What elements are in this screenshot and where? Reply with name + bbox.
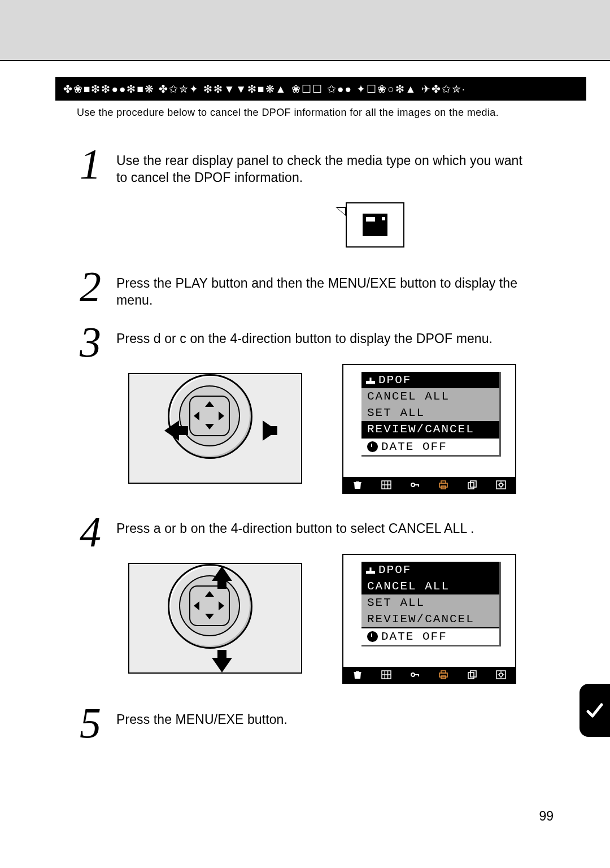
step-number: 3 (73, 318, 107, 367)
grid-icon (381, 480, 391, 489)
svg-rect-11 (470, 481, 476, 487)
menu-item-set-all: SET ALL (361, 405, 499, 421)
lcd-toolbar (343, 477, 515, 493)
brightness-icon (496, 670, 506, 679)
svg-point-31 (499, 673, 503, 676)
menu-date-row: DATE OFF (361, 627, 499, 645)
menu-title-text: DPOF (378, 563, 411, 576)
key-icon (410, 480, 420, 489)
print-icon (438, 480, 448, 489)
step-number: 1 (73, 140, 107, 189)
menu-date-row: DATE OFF (361, 437, 499, 455)
grid-icon (381, 670, 391, 679)
menu-date-text: DATE OFF (381, 440, 447, 453)
arrow-up-icon (212, 566, 232, 581)
step-number: 5 (73, 698, 107, 748)
lcd-screen-dpof-review-selected: DPOF CANCEL ALL SET ALL REVIEW/CANCEL DA… (342, 364, 516, 494)
step-number: 2 (73, 262, 107, 311)
intro-text: Use the procedure below to cancel the DP… (77, 106, 531, 119)
menu-item-review-cancel: REVIEW/CANCEL (361, 611, 499, 627)
hand-icon (366, 566, 375, 574)
svg-rect-29 (470, 671, 476, 677)
trash-icon (352, 480, 363, 489)
page-number: 99 (539, 809, 554, 824)
brightness-icon (496, 480, 506, 489)
menu-item-cancel-all: CANCEL ALL (361, 388, 499, 405)
svg-rect-24 (418, 674, 419, 676)
menu-title-text: DPOF (378, 374, 411, 387)
clock-icon (367, 441, 378, 452)
step-text: Press the PLAY button and then the MENU/… (116, 275, 534, 309)
svg-point-13 (499, 483, 503, 487)
step-text: Press a or b on the 4-direction button t… (116, 520, 534, 537)
svg-rect-8 (441, 481, 446, 483)
dpad-vertical-illustration (128, 563, 302, 674)
print-icon (438, 670, 448, 679)
check-icon (586, 701, 604, 719)
svg-rect-7 (439, 483, 447, 487)
svg-rect-25 (439, 673, 447, 677)
memory-card-icon (363, 214, 387, 236)
arrow-left-icon (164, 420, 179, 441)
menu-item-cancel-all: CANCEL ALL (361, 578, 499, 594)
copy-icon (467, 480, 477, 489)
lcd-screen-dpof-cancel-all-selected: DPOF CANCEL ALL SET ALL REVIEW/CANCEL DA… (342, 554, 516, 684)
section-header-text: ✤❀■❇❇●●❇■❋ ✤✩✮✦ ❇❇▼▼❇■❋▲ ❀☐☐ ✩●● ✦☐❀○❇▲ … (63, 83, 466, 96)
svg-rect-26 (441, 671, 446, 673)
key-icon (410, 670, 420, 679)
menu-date-text: DATE OFF (381, 630, 447, 643)
section-header-bar: ✤❀■❇❇●●❇■❋ ✤✩✮✦ ❇❇▼▼❇■❋▲ ❀☐☐ ✩●● ✦☐❀○❇▲ … (55, 77, 586, 101)
media-type-illustration (346, 202, 404, 248)
menu-title: DPOF (361, 562, 499, 578)
clock-icon (367, 631, 378, 642)
arrow-right-icon (263, 420, 277, 441)
step-text: Use the rear display panel to check the … (116, 152, 534, 186)
menu-title: DPOF (361, 372, 499, 388)
dpad-horizontal-illustration (128, 373, 302, 484)
copy-icon (467, 670, 477, 679)
menu-item-review-cancel: REVIEW/CANCEL (361, 421, 499, 437)
svg-point-22 (411, 673, 415, 676)
step-text: Press d or c on the 4-direction button t… (116, 330, 534, 347)
step-text: Press the MENU/EXE button. (116, 711, 534, 728)
svg-point-4 (411, 483, 415, 487)
section-tab (580, 684, 610, 737)
arrow-down-icon (212, 658, 232, 672)
svg-rect-28 (468, 672, 474, 679)
step-number: 4 (73, 507, 107, 557)
divider (0, 60, 610, 61)
lcd-toolbar (343, 667, 515, 683)
menu-item-set-all: SET ALL (361, 594, 499, 611)
top-grey-band (0, 0, 610, 60)
svg-rect-6 (418, 484, 419, 487)
svg-rect-10 (468, 483, 474, 489)
trash-icon (352, 670, 363, 679)
hand-icon (366, 376, 375, 384)
